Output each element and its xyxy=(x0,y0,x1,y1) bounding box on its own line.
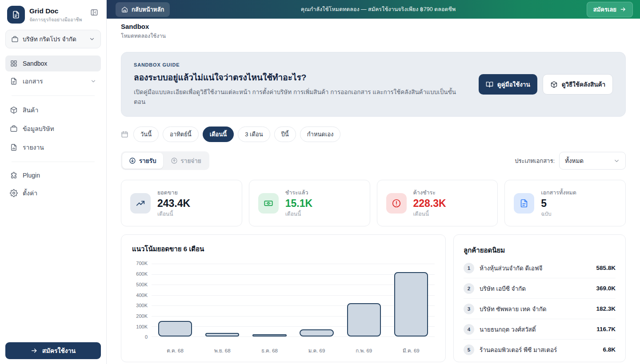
x-tick-label: มี.ค. 69 xyxy=(388,347,435,355)
guide-text: SANDBOX GUIDE ลองระบบอยู่แล้วไม่แน่ใจว่า… xyxy=(134,62,467,107)
view-manual-button[interactable]: ดูคู่มือใช้งาน xyxy=(479,74,537,95)
chart-y-axis: 700K600K500K400K300K200K100K0 xyxy=(132,261,152,340)
stat-label: ชำระแล้ว xyxy=(285,188,312,197)
toggle-expense-label: รายจ่าย xyxy=(181,156,201,166)
trending-up-icon xyxy=(130,193,151,214)
alert-circle-icon xyxy=(386,193,407,214)
customer-value: 6.8K xyxy=(603,346,616,353)
rank-badge: 2 xyxy=(464,283,474,294)
banner-signup-button[interactable]: สมัครเลย xyxy=(587,2,633,17)
y-tick-label: 400K xyxy=(136,293,148,298)
sidebar-item-plugin[interactable]: Plugin xyxy=(5,167,101,183)
app-tagline: จัดการธุรกิจอย่างมืออาชีพ xyxy=(29,16,82,24)
stat-value: 243.4K xyxy=(157,198,190,209)
stats-row: ยอดขาย 243.4K เดือนนี้ ชำระแล้ว 15.1K เด… xyxy=(121,180,626,226)
arrow-right-icon xyxy=(620,6,626,12)
chevron-down-icon xyxy=(90,78,96,84)
doc-type-select[interactable]: ทั้งหมด xyxy=(559,152,626,170)
report-icon xyxy=(10,143,18,151)
document-icon xyxy=(514,193,534,214)
customer-row: 4 นายธนกฤต วงศ์สวัสดิ์ 116.7K xyxy=(464,319,616,340)
briefcase-icon xyxy=(10,125,18,133)
top-customers-title: ลูกค้ายอดนิยม xyxy=(464,242,616,258)
bar-slot xyxy=(293,264,340,336)
chart-bars xyxy=(152,264,435,336)
document-icon xyxy=(12,10,20,19)
x-tick-label: ม.ค. 69 xyxy=(293,347,340,355)
grid-icon xyxy=(10,59,18,67)
puzzle-icon xyxy=(10,171,18,179)
doc-type-filter: ประเภทเอกสาร: ทั้งหมด xyxy=(515,152,626,170)
customer-row: 5 ร้านคอมพิวเตอร์ พีซี มาสเตอร์ 6.8K xyxy=(464,340,616,360)
sidebar-item-label: ข้อมูลบริษัท xyxy=(23,124,54,134)
sidebar-item-reports[interactable]: รายงาน xyxy=(5,138,101,156)
filter-pill-this-week[interactable]: อาทิตย์นี้ xyxy=(163,127,199,142)
sidebar-collapse-button[interactable] xyxy=(88,7,100,18)
chart-bar xyxy=(158,321,192,336)
stat-label: ยอดขาย xyxy=(157,188,190,197)
filter-pill-3-months[interactable]: 3 เดือน xyxy=(238,127,270,142)
y-tick-label: 300K xyxy=(136,303,148,308)
sidebar-nav: Sandbox เอกสาร สินค้า ข้อมูลบริษัท xyxy=(0,55,106,202)
chevron-down-icon xyxy=(89,36,95,42)
x-tick-label: ธ.ค. 68 xyxy=(246,347,293,355)
customer-value: 369.0K xyxy=(596,285,616,292)
toggle-income[interactable]: รายรับ xyxy=(122,153,163,169)
date-filter-row: วันนี้ อาทิตย์นี้ เดือนนี้ 3 เดือน ปีนี้… xyxy=(121,127,626,142)
sidebar-item-products[interactable]: สินค้า xyxy=(5,101,101,119)
package-icon xyxy=(10,106,18,114)
sidebar-item-label: ตั้งค่า xyxy=(23,188,37,198)
sidebar-item-company-info[interactable]: ข้อมูลบริษัท xyxy=(5,120,101,138)
filter-pill-today[interactable]: วันนี้ xyxy=(133,127,159,142)
view-manual-label: ดูคู่มือใช้งาน xyxy=(497,79,530,89)
sidebar-header: Grid Doc จัดการธุรกิจอย่างมืออาชีพ xyxy=(0,0,106,27)
customer-name: ห้างหุ้นส่วนจำกัด ดีเอฟจี xyxy=(480,263,591,273)
stat-card-unpaid: ค้างชำระ 228.3K เดือนนี้ xyxy=(377,180,498,226)
sidebar-divider xyxy=(12,162,95,162)
sidebar-signup-button[interactable]: สมัครใช้งาน xyxy=(5,342,101,359)
customer-name: บริษัท เอบีซี จำกัด xyxy=(480,284,591,293)
stat-card-documents: เอกสารทั้งหมด 5 ฉบับ xyxy=(504,180,626,226)
home-icon xyxy=(121,6,128,13)
banknote-icon xyxy=(258,193,279,214)
sidebar-item-documents[interactable]: เอกสาร xyxy=(5,72,101,90)
customer-value: 116.7K xyxy=(596,326,616,332)
inventory-guide-button[interactable]: ดูวิธีใช้คลังสินค้า xyxy=(543,74,613,95)
filter-pill-this-year[interactable]: ปีนี้ xyxy=(274,127,296,142)
y-tick-label: 600K xyxy=(136,271,148,277)
sidebar-divider xyxy=(12,95,95,96)
gridline xyxy=(152,336,435,337)
chart-bar xyxy=(347,303,381,336)
stat-sub: ฉบับ xyxy=(541,210,576,218)
company-selector[interactable]: บริษัท กริดโปร จำกัด xyxy=(5,30,101,48)
sandbox-guide-card: SANDBOX GUIDE ลองระบบอยู่แล้วไม่แน่ใจว่า… xyxy=(121,52,626,117)
back-home-button[interactable]: กลับหน้าหลัก xyxy=(116,2,170,17)
guide-actions: ดูคู่มือใช้งาน ดูวิธีใช้คลังสินค้า xyxy=(479,74,613,95)
panels-row: แนวโน้มยอดขาย 6 เดือน 700K600K500K400K30… xyxy=(121,234,626,362)
toggle-expense[interactable]: รายจ่าย xyxy=(164,153,208,169)
sidebar-item-label: เอกสาร xyxy=(23,76,43,86)
document-icon xyxy=(10,77,18,85)
controls-row: รายรับ รายจ่าย ประเภทเอกสาร: ทั้งหมด xyxy=(121,151,626,170)
chart-bar xyxy=(252,334,286,337)
main-area: กลับหน้าหลัก คุณกำลังใช้โหมดทดลอง — สมัค… xyxy=(107,0,640,364)
sidebar-item-label: Plugin xyxy=(23,172,40,179)
bar-slot xyxy=(246,264,293,336)
customer-value: 585.8K xyxy=(596,265,616,271)
stat-label: ค้างชำระ xyxy=(413,188,446,197)
income-expense-toggle: รายรับ รายจ่าย xyxy=(121,151,209,170)
sidebar-item-label: รายงาน xyxy=(23,142,44,152)
stat-text: ค้างชำระ 228.3K เดือนนี้ xyxy=(413,188,446,218)
filter-pill-this-month[interactable]: เดือนนี้ xyxy=(203,127,234,142)
chart-bar xyxy=(205,333,239,336)
bar-slot xyxy=(152,264,199,336)
filter-pill-custom[interactable]: กำหนดเอง xyxy=(300,127,341,142)
sidebar-item-sandbox[interactable]: Sandbox xyxy=(5,55,101,71)
stat-label: เอกสารทั้งหมด xyxy=(541,188,576,197)
bar-slot xyxy=(340,264,388,336)
sidebar-item-label: Sandbox xyxy=(23,60,47,67)
sidebar-item-settings[interactable]: ตั้งค่า xyxy=(5,184,101,202)
back-home-label: กลับหน้าหลัก xyxy=(132,5,164,14)
chart-body: 700K600K500K400K300K200K100K0 xyxy=(132,264,435,343)
chart-x-axis: ต.ค. 68พ.ย. 68ธ.ค. 68ม.ค. 69ก.พ. 69มี.ค.… xyxy=(152,347,435,355)
